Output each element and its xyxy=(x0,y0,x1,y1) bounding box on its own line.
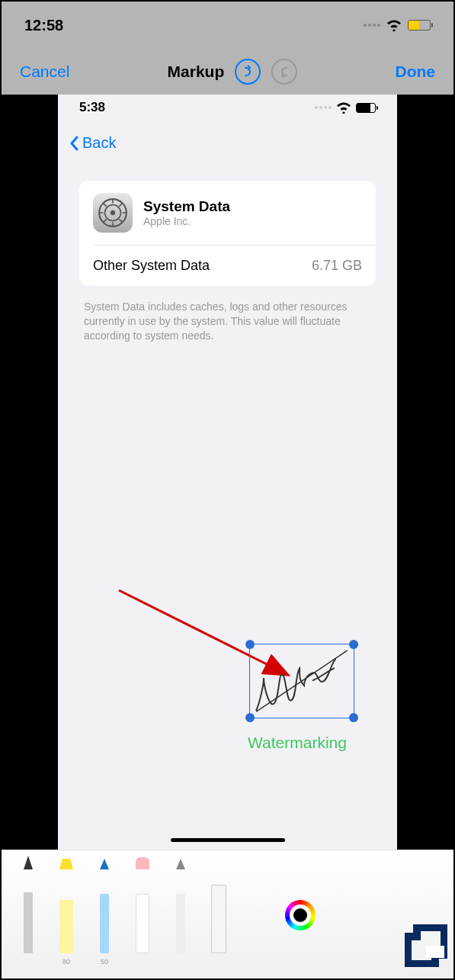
inner-wifi-icon xyxy=(336,101,351,114)
resize-handle-br[interactable] xyxy=(349,713,358,722)
highlighter-tool[interactable]: 80 xyxy=(49,869,84,953)
watermark-label: Watermarking xyxy=(240,734,354,752)
resize-handle-tl[interactable] xyxy=(245,640,255,649)
svg-point-2 xyxy=(111,210,115,215)
undo-button[interactable] xyxy=(235,59,261,85)
battery-icon xyxy=(408,20,431,31)
back-button: Back xyxy=(58,120,127,165)
inner-status-bar: 5:38 xyxy=(58,95,397,120)
signature-selection-box[interactable] xyxy=(249,644,354,718)
color-picker-button[interactable] xyxy=(285,900,316,930)
card-subtitle: Apple Inc. xyxy=(143,215,230,227)
footnote-text: System Data includes caches, logs and ot… xyxy=(58,294,397,349)
outer-status-bar: 12:58 xyxy=(2,2,453,49)
nav-title: Markup xyxy=(168,63,225,81)
edited-screenshot: 5:38 Back xyxy=(58,95,397,850)
inner-time: 5:38 xyxy=(79,100,105,115)
gear-icon xyxy=(97,197,129,229)
system-data-card: System Data Apple Inc. Other System Data… xyxy=(79,181,376,286)
inner-cellular-dots-icon xyxy=(315,106,332,109)
current-color-icon xyxy=(293,908,307,922)
row-label: Other System Data xyxy=(93,258,210,274)
pencil-size: 50 xyxy=(101,958,108,966)
cellular-dots-icon xyxy=(364,24,380,27)
markup-canvas[interactable]: 5:38 Back xyxy=(2,95,453,850)
home-indicator xyxy=(171,838,285,842)
outer-status-right xyxy=(364,19,431,31)
other-system-data-row: Other System Data 6.71 GB xyxy=(79,246,376,286)
resize-handle-tr[interactable] xyxy=(349,640,358,649)
pencil-tool[interactable]: 50 xyxy=(87,869,122,953)
pen-tool[interactable] xyxy=(11,869,46,953)
done-button[interactable]: Done xyxy=(396,63,436,81)
card-title: System Data xyxy=(143,198,230,215)
signature-drawing[interactable] xyxy=(250,644,354,718)
markup-tool-tray: 80 50 xyxy=(2,850,453,979)
svg-line-9 xyxy=(119,203,122,206)
row-value: 6.71 GB xyxy=(312,258,362,274)
svg-line-12 xyxy=(256,651,348,712)
redo-icon xyxy=(277,65,291,79)
ruler-tool[interactable] xyxy=(201,869,236,953)
settings-app-icon xyxy=(93,193,133,233)
card-header: System Data Apple Inc. xyxy=(79,181,376,245)
highlighter-size: 80 xyxy=(62,958,70,966)
eraser-tool[interactable] xyxy=(125,869,160,953)
outer-time: 12:58 xyxy=(24,17,63,34)
lasso-tool[interactable] xyxy=(163,869,198,953)
chevron-left-icon xyxy=(69,136,79,151)
svg-line-10 xyxy=(103,219,106,222)
wifi-icon xyxy=(386,19,402,31)
back-label: Back xyxy=(82,134,116,152)
cancel-button[interactable]: Cancel xyxy=(20,63,69,81)
inner-battery-icon xyxy=(356,103,376,113)
markup-nav-bar: Cancel Markup Done xyxy=(2,49,453,95)
resize-handle-bl[interactable] xyxy=(245,713,255,722)
nav-center: Markup xyxy=(168,59,298,85)
svg-line-7 xyxy=(103,203,106,206)
undo-icon xyxy=(241,65,255,79)
corner-logo-icon xyxy=(405,924,447,967)
svg-rect-13 xyxy=(426,946,444,958)
svg-line-8 xyxy=(119,219,122,222)
redo-button[interactable] xyxy=(271,59,297,85)
